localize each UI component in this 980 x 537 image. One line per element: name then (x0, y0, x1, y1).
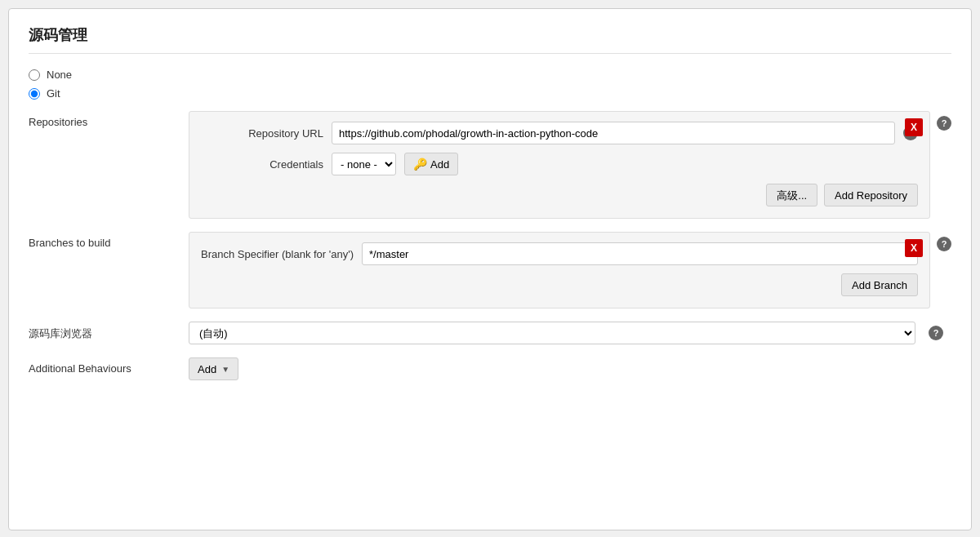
repositories-help-icon[interactable]: ? (937, 116, 951, 131)
credentials-select[interactable]: - none - (332, 153, 396, 175)
radio-git[interactable] (29, 88, 40, 100)
repositories-label: Repositories (29, 111, 176, 128)
credentials-label: Credentials (201, 158, 323, 171)
branch-specifier-row: Branch Specifier (blank for 'any') (201, 242, 918, 265)
add-cred-btn-label: Add (430, 158, 449, 171)
branches-help: ? (937, 232, 951, 251)
branches-content-wrapper: X Branch Specifier (blank for 'any') Add… (189, 232, 951, 308)
additional-behaviours-label: Additional Behaviours (29, 357, 176, 375)
branch-specifier-input[interactable] (362, 242, 918, 265)
key-icon: 🔑 (413, 158, 427, 171)
close-repo-button[interactable]: X (905, 118, 923, 136)
source-browser-help: ? (922, 326, 943, 340)
additional-behaviours-content-wrapper: Add ▼ (189, 357, 951, 380)
add-behaviour-button[interactable]: Add ▼ (189, 357, 238, 380)
radio-none[interactable] (29, 69, 40, 81)
section-title: 源码管理 (29, 25, 951, 54)
repositories-content-wrapper: X Repository URL ? Credentials - none - (189, 111, 951, 219)
branches-content: X Branch Specifier (blank for 'any') Add… (189, 232, 930, 308)
source-browser-select[interactable]: (自动) (189, 322, 915, 344)
branches-label: Branches to build (29, 232, 176, 249)
dropdown-arrow-icon: ▼ (221, 365, 229, 374)
scm-radio-group: None Git (29, 69, 951, 100)
repositories-content: X Repository URL ? Credentials - none - (189, 111, 930, 219)
add-behaviour-label: Add (198, 363, 216, 375)
additional-behaviours-section: Additional Behaviours Add ▼ (29, 357, 951, 380)
branch-box: X Branch Specifier (blank for 'any') Add… (189, 232, 930, 308)
repositories-section: Repositories X Repository URL ? Credenti… (29, 111, 951, 219)
branch-action-row: Add Branch (201, 273, 918, 296)
close-branch-button[interactable]: X (905, 239, 923, 257)
radio-git-item[interactable]: Git (29, 87, 951, 100)
radio-none-label: None (47, 69, 72, 81)
repository-box: X Repository URL ? Credentials - none - (189, 111, 930, 219)
main-panel: 源码管理 None Git Repositories X Repository … (8, 8, 972, 530)
radio-git-label: Git (47, 87, 60, 100)
add-credentials-button[interactable]: 🔑 Add (404, 153, 458, 175)
add-branch-button[interactable]: Add Branch (841, 273, 918, 296)
radio-none-item[interactable]: None (29, 69, 951, 81)
repositories-help: ? (937, 111, 951, 131)
branches-help-icon[interactable]: ? (937, 237, 951, 251)
repo-action-row: 高级... Add Repository (201, 184, 918, 206)
repo-url-input[interactable] (332, 122, 895, 144)
source-browser-content-wrapper: (自动) ? (189, 322, 951, 344)
advanced-button[interactable]: 高级... (766, 184, 817, 206)
source-browser-help-icon[interactable]: ? (929, 326, 943, 340)
credentials-row: Credentials - none - 🔑 Add (201, 153, 918, 175)
branch-specifier-label: Branch Specifier (blank for 'any') (201, 248, 354, 260)
branches-section: Branches to build X Branch Specifier (bl… (29, 232, 951, 308)
source-browser-label: 源码库浏览器 (29, 322, 176, 341)
add-repository-button[interactable]: Add Repository (824, 184, 918, 206)
repo-url-label: Repository URL (201, 127, 323, 140)
repo-url-row: Repository URL ? (201, 122, 918, 144)
source-browser-section: 源码库浏览器 (自动) ? (29, 322, 951, 344)
